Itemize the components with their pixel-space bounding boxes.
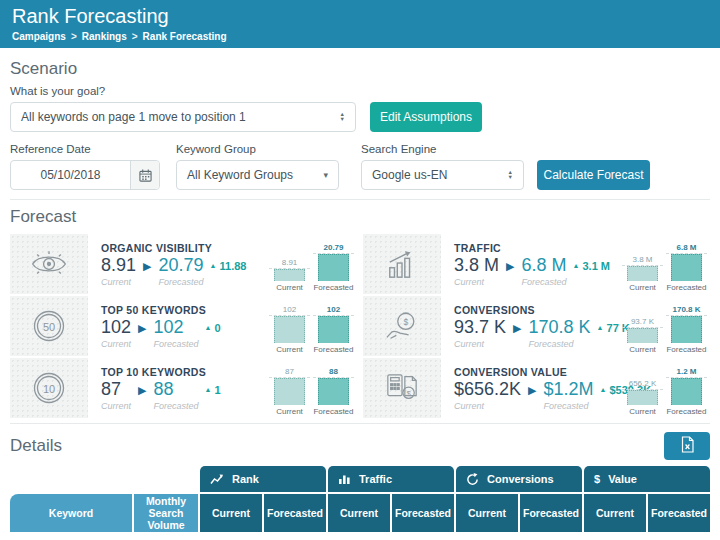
forecasted-value: 102 (154, 317, 199, 338)
scenario-heading: Scenario (10, 59, 710, 79)
table-row: 4 star hotels 6,600 2 1 924 1,254 23 31 … (10, 532, 710, 540)
search-engine-select[interactable]: Google us-EN ▲▼ (361, 160, 524, 190)
bar-value-label: 88 (313, 367, 354, 378)
goal-select-value: All keywords on page 1 move to position … (21, 110, 246, 124)
card-traffic: TRAFFIC 3.8 MCurrent ▶ 6.8 MForecasted ▲… (363, 234, 710, 294)
line-chart-icon (210, 473, 224, 485)
bar-x-label: Forecasted (313, 345, 353, 354)
forecasted-bar (671, 378, 702, 405)
group-label: Conversions (487, 473, 554, 485)
current-value: 93.7 K (454, 317, 506, 338)
export-excel-button[interactable] (664, 432, 710, 460)
reference-date-value: 05/10/2018 (11, 168, 130, 182)
forecasted-bar (318, 378, 349, 405)
edit-assumptions-button[interactable]: Edit Assumptions (370, 102, 482, 132)
current-value: 8.91 (101, 255, 136, 276)
calculator-doc-icon: $ (363, 358, 441, 418)
current-bar (627, 266, 658, 281)
bar-value-label: 8.91 (269, 258, 310, 269)
mini-bar-chart: 93.7 KCurrent 170.8 KForecasted (619, 305, 707, 354)
forecast-heading: Forecast (10, 207, 710, 227)
group-label: Rank (232, 473, 259, 485)
cell-keyword: 4 star hotels (10, 532, 132, 540)
bar-value-label: 87 (269, 367, 310, 378)
delta: ▲1 (205, 384, 221, 396)
forecasted-value: 88 (153, 379, 198, 400)
card-conversion-value: $ CONVERSION VALUE $656.2KCurrent ▶ $1.2… (363, 358, 710, 418)
col-rank-forecasted: Forecasted (264, 494, 326, 532)
goal-select[interactable]: All keywords on page 1 move to position … (10, 102, 356, 132)
breadcrumb-rankings[interactable]: Rankings (82, 31, 127, 42)
card-organic-visibility: ORGANIC VISIBILITY 8.91Current ▶ 20.79Fo… (10, 234, 357, 294)
delta-value: 1 (214, 384, 220, 396)
delta-up-icon: ▲ (205, 386, 212, 393)
cell-rank-forecasted: 1 (264, 532, 326, 540)
refresh-icon (466, 473, 479, 486)
col-conversions-current: Current (456, 494, 518, 532)
delta-up-icon: ▲ (205, 324, 212, 331)
current-bar (627, 390, 658, 405)
forecast-cards: ORGANIC VISIBILITY 8.91Current ▶ 20.79Fo… (10, 234, 710, 418)
bar-value-label: 3.8 M (622, 255, 663, 266)
delta: ▲3.1 M (573, 260, 610, 272)
cell-traffic-current: 924 (328, 532, 390, 540)
delta-value: 11.88 (220, 260, 247, 272)
bar-value-label: 6.8 M (666, 243, 707, 254)
keyword-group-select[interactable]: All Keyword Groups ▾ (176, 160, 339, 190)
group-conversions: Conversions (456, 466, 582, 492)
divider (10, 423, 710, 424)
col-traffic-forecasted: Forecasted (392, 494, 454, 532)
delta: ▲0 (205, 322, 221, 334)
svg-text:$: $ (403, 317, 408, 327)
forecasted-value: 20.79 (159, 255, 204, 276)
table-group-header: Rank Traffic Conversions $ Value (10, 466, 710, 492)
cell-value-forecasted: $217 (648, 532, 710, 540)
forecasted-label: Forecasted (522, 277, 567, 287)
circle-10-icon: 10 (10, 358, 88, 418)
excel-export-icon (680, 436, 695, 456)
arrow-right-icon: ▶ (513, 322, 521, 335)
current-label: Current (101, 339, 131, 349)
cell-traffic-forecasted: 1,254 (392, 532, 454, 540)
bar-value-label: 102 (269, 305, 310, 316)
breadcrumb-separator: > (66, 31, 82, 42)
bar-x-label: Forecasted (313, 283, 353, 292)
reference-date-input[interactable]: 05/10/2018 (10, 160, 160, 190)
bar-x-label: Forecasted (313, 407, 353, 416)
group-label: Traffic (359, 473, 392, 485)
bar-x-label: Current (276, 407, 303, 416)
current-label: Current (101, 401, 131, 411)
calendar-icon[interactable] (130, 161, 159, 189)
breadcrumb: Campaigns>Rankings>Rank Forecasting (12, 31, 708, 42)
arrow-right-icon: ▶ (506, 260, 514, 273)
col-volume: Monthly Search Volume (134, 494, 198, 532)
keyword-group-label: Keyword Group (176, 143, 339, 155)
eye-icon (10, 234, 88, 294)
mini-bar-chart: 102Current 102Forecasted (266, 305, 354, 354)
bar-chart-growth-icon (363, 234, 441, 294)
mini-bar-chart: 656.2 KCurrent 1.2 MForecasted (619, 367, 707, 416)
current-value: 3.8 M (454, 255, 499, 276)
caret-down-icon: ▾ (323, 170, 328, 180)
current-bar (274, 269, 305, 281)
current-label: Current (454, 277, 499, 287)
calculate-forecast-button[interactable]: Calculate Forecast (537, 160, 650, 190)
bar-value-label: 170.8 K (666, 305, 707, 316)
forecasted-label: Forecasted (159, 277, 204, 287)
current-label: Current (101, 277, 136, 287)
bar-value-label: 93.7 K (622, 317, 663, 328)
arrow-right-icon: ▶ (528, 384, 536, 397)
group-traffic: Traffic (328, 466, 454, 492)
forecasted-label: Forecasted (153, 401, 198, 411)
breadcrumb-campaigns[interactable]: Campaigns (12, 31, 66, 42)
svg-text:10: 10 (43, 383, 55, 395)
current-bar (627, 328, 658, 343)
table-header: Keyword Monthly Search Volume Current Fo… (10, 494, 710, 532)
bar-x-label: Current (276, 345, 303, 354)
arrow-right-icon: ▶ (138, 322, 146, 335)
group-value: $ Value (584, 466, 710, 492)
cell-conversions-forecasted: 31 (520, 532, 582, 540)
col-conversions-forecasted: Forecasted (520, 494, 582, 532)
forecasted-label: Forecasted (154, 339, 199, 349)
card-title: TOP 10 KEYWORDS (101, 366, 221, 378)
